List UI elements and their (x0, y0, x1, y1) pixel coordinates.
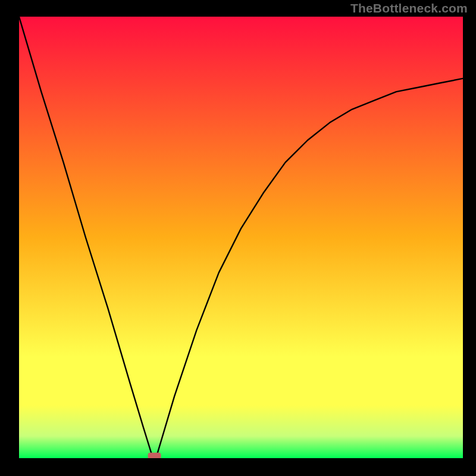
min-point-marker (148, 453, 161, 458)
chart-frame: TheBottleneck.com (0, 0, 476, 476)
watermark-text: TheBottleneck.com (350, 1, 468, 15)
bottleneck-curve (19, 17, 463, 456)
curve-layer (19, 17, 463, 458)
plot-area (19, 17, 463, 458)
